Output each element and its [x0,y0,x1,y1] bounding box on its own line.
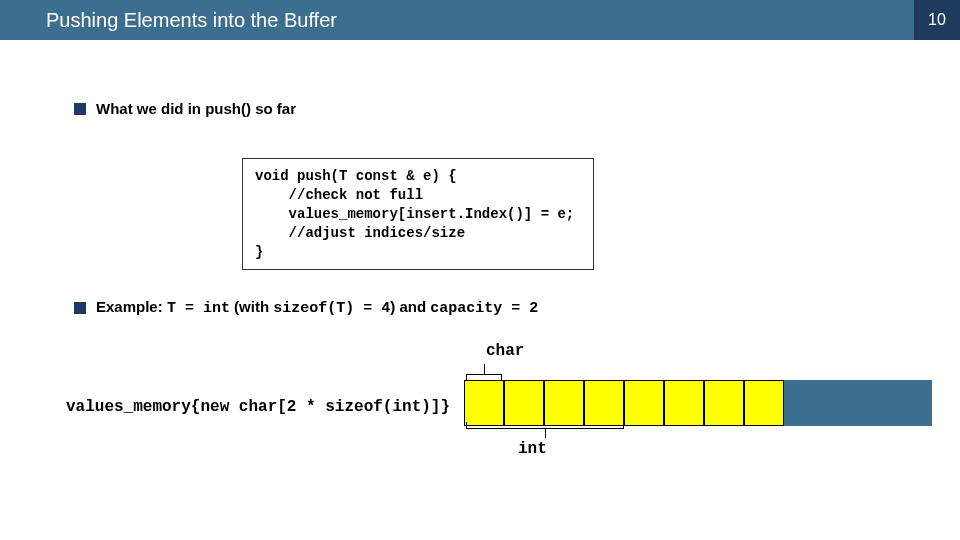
bullet-1-text: What we did in push() so far [96,100,296,117]
mem-cell [624,380,664,426]
code-line-4: //adjust indices/size [255,225,465,241]
memory-expression: values_memory{new char[2 * sizeof(int)]} [66,398,450,416]
code-line-2: //check not full [255,187,423,203]
bullet-square-icon [74,103,86,115]
mem-block-blue [784,380,932,426]
slide: Pushing Elements into the Buffer 10 What… [0,0,960,540]
bullet-2-prefix: Example: [96,298,167,315]
code-block: void push(T const & e) { //check not ful… [242,158,594,270]
mem-cell [464,380,504,426]
bullet-2-mono-1: T = int [167,300,230,317]
mem-cell [744,380,784,426]
char-label: char [486,342,524,360]
mem-cell [584,380,624,426]
mem-cell [704,380,744,426]
slide-title: Pushing Elements into the Buffer [0,0,914,40]
bullet-2-mid: (with [230,298,273,315]
titlebar: Pushing Elements into the Buffer 10 [0,0,960,40]
bullet-2: Example: T = int (with sizeof(T) = 4) an… [74,298,538,317]
char-bracket [466,364,502,376]
mem-cell [504,380,544,426]
page-number: 10 [914,0,960,40]
int-bracket [466,428,624,440]
bullet-2-mono-3: capacity = 2 [430,300,538,317]
code-line-1: void push(T const & e) { [255,168,457,184]
bullet-2-mid2: ) and [390,298,430,315]
mem-cell [664,380,704,426]
bullet-2-mono-2: sizeof(T) = 4 [273,300,390,317]
bullet-square-icon [74,302,86,314]
code-line-3: values_memory[insert.Index()] = e; [255,206,574,222]
code-line-5: } [255,244,263,260]
int-label: int [518,440,547,458]
bullet-1: What we did in push() so far [74,100,296,117]
bullet-2-text: Example: T = int (with sizeof(T) = 4) an… [96,298,538,317]
mem-cell [544,380,584,426]
